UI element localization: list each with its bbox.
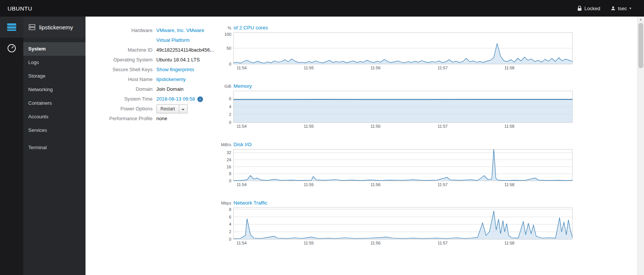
show-fingerprints-link[interactable]: Show fingerprints: [156, 67, 194, 72]
svg-text:11:56: 11:56: [371, 124, 381, 128]
svg-text:11:58: 11:58: [504, 66, 514, 70]
dashboard-gauge-icon: [7, 43, 17, 53]
sidebar-item-networking[interactable]: Networking: [23, 83, 85, 96]
svg-text:6: 6: [229, 215, 231, 219]
domain-value[interactable]: Join Domain: [156, 84, 183, 94]
user-name: tsec: [618, 6, 627, 11]
user-menu[interactable]: tsec ▾: [611, 6, 631, 11]
system-time-label: System Time: [85, 94, 156, 104]
svg-text:11:57: 11:57: [438, 66, 448, 70]
info-icon[interactable]: i: [197, 96, 203, 102]
chart-unit-label: MiB/s: [219, 141, 231, 149]
svg-text:16: 16: [227, 165, 231, 169]
performance-profile-value: none: [156, 114, 167, 124]
svg-text:11:54: 11:54: [237, 241, 247, 245]
os-value: Ubuntu 18.04.1 LTS: [156, 55, 200, 65]
os-label: Operating System: [85, 55, 156, 65]
svg-text:11:55: 11:55: [304, 124, 314, 128]
svg-text:11:58: 11:58: [504, 124, 514, 128]
svg-text:11:55: 11:55: [304, 182, 314, 187]
chart-unit-label: Mbps: [219, 199, 231, 207]
ssh-keys-label: Secure Shell Keys: [85, 65, 156, 75]
svg-text:6: 6: [229, 96, 231, 101]
power-options-dropdown-button[interactable]: [179, 104, 188, 113]
svg-text:11:55: 11:55: [304, 241, 314, 245]
machine-id-label: Machine ID: [85, 45, 156, 55]
hardware-label: Hardware: [85, 26, 156, 35]
svg-text:11:55: 11:55: [304, 66, 314, 70]
host-selector[interactable]: lipstickenemy: [23, 17, 85, 38]
sidebar-item-accounts[interactable]: Accounts: [23, 110, 85, 124]
chart-plot-area: 024611:5411:5511:5611:5711:58: [219, 91, 573, 129]
svg-text:8: 8: [229, 171, 231, 176]
restart-button[interactable]: Restart: [156, 104, 179, 113]
top-navbar: UBUNTU Locked tsec ▾: [0, 0, 644, 17]
hardware-link[interactable]: VMware, Inc. VMware Virtual Platform: [156, 28, 204, 43]
scroll-up-arrow[interactable]: ▲: [638, 17, 644, 23]
sidebar-item-storage[interactable]: Storage: [23, 69, 85, 83]
caret-down-icon: ▾: [629, 6, 631, 10]
svg-text:4: 4: [229, 222, 231, 226]
svg-text:0: 0: [229, 120, 231, 125]
chart-disk-i-o: MiB/sDisk I/O0816243211:5411:5511:5611:5…: [219, 140, 575, 189]
scrollbar-thumb[interactable]: [638, 23, 643, 68]
sidebar-item-terminal[interactable]: Terminal: [23, 141, 85, 154]
chart-title-link[interactable]: of 2 CPU cores: [233, 25, 268, 31]
hardware-value: VMware, Inc. VMware Virtual Platform: [156, 26, 204, 45]
lock-icon: [577, 6, 582, 11]
hardware-line1: VMware, Inc. VMware: [156, 28, 204, 33]
lock-label: Locked: [584, 6, 600, 11]
svg-text:11:54: 11:54: [237, 124, 247, 128]
performance-profile-label: Performance Profile: [85, 114, 156, 124]
host-server-button[interactable]: [0, 17, 23, 38]
hostname-label: Host Name: [85, 75, 156, 84]
svg-text:2: 2: [229, 112, 231, 117]
svg-text:11:56: 11:56: [371, 66, 381, 70]
chart-plot-area: 0246811:5411:5511:5611:5711:58: [219, 208, 573, 246]
charts-panel: %of 2 CPU cores05010011:5411:5511:5611:5…: [219, 23, 575, 257]
svg-text:32: 32: [227, 150, 231, 155]
svg-text:11:57: 11:57: [438, 124, 448, 128]
svg-text:11:56: 11:56: [371, 241, 381, 245]
svg-text:11:54: 11:54: [237, 66, 247, 70]
chart-title-link[interactable]: Disk I/O: [233, 142, 252, 147]
chart-network-traffic: MbpsNetwork Traffic0246811:5411:5511:561…: [219, 199, 575, 248]
svg-text:8: 8: [229, 208, 231, 212]
svg-text:11:54: 11:54: [237, 182, 247, 187]
main-content: Hardware VMware, Inc. VMware Virtual Pla…: [85, 17, 638, 275]
chart-unit-label: GiB: [219, 82, 231, 90]
svg-text:11:58: 11:58: [504, 241, 514, 245]
chart-unit-label: %: [219, 24, 231, 32]
svg-text:11:56: 11:56: [371, 182, 381, 187]
svg-text:24: 24: [227, 157, 231, 162]
chart-title-link[interactable]: Memory: [233, 83, 252, 89]
svg-text:0: 0: [229, 62, 231, 66]
host-icon: [29, 24, 35, 30]
user-icon: [611, 6, 615, 11]
svg-text:0: 0: [229, 237, 231, 241]
svg-text:2: 2: [229, 229, 231, 234]
power-options-group: Restart: [156, 104, 188, 113]
sidebar: lipstickenemy System Logs Storage Networ…: [23, 17, 85, 275]
caret-down-icon: [182, 109, 185, 110]
power-options-label: Power Options: [85, 104, 156, 114]
chart-plot-area: 05010011:5411:5511:5611:5711:58: [219, 32, 573, 71]
scrollbar[interactable]: ▲: [637, 17, 644, 275]
svg-text:11:57: 11:57: [438, 241, 448, 245]
chart-memory: GiBMemory024611:5411:5511:5611:5711:58: [219, 82, 575, 131]
svg-text:4: 4: [229, 104, 231, 109]
sidebar-item-services[interactable]: Services: [23, 124, 85, 137]
chart-title-link[interactable]: Network Traffic: [233, 200, 267, 206]
system-time-link[interactable]: 2018-08-13 09:58: [156, 96, 195, 102]
hostname-link[interactable]: lipstickenemy: [156, 76, 186, 82]
dashboard-button[interactable]: [0, 38, 23, 59]
lock-status[interactable]: Locked: [577, 6, 600, 11]
sidebar-item-containers[interactable]: Containers: [23, 96, 85, 110]
svg-text:11:58: 11:58: [504, 182, 514, 187]
svg-text:11:57: 11:57: [438, 182, 448, 187]
sidebar-item-system[interactable]: System: [23, 42, 85, 56]
sidebar-item-logs[interactable]: Logs: [23, 56, 85, 69]
topbar-right-group: Locked tsec ▾: [577, 6, 631, 11]
machine-id-value: 49c1822514114bacb456...: [156, 45, 214, 55]
svg-text:50: 50: [227, 46, 231, 50]
